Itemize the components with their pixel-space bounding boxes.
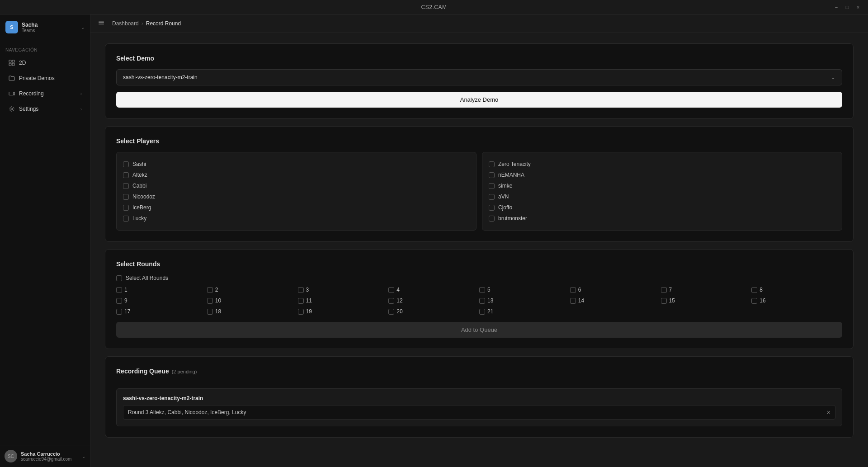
svg-rect-2 [9,63,11,66]
minimize-button[interactable]: − [834,5,839,10]
player-nemanha: nEMANHA [489,170,835,180]
sidebar: S Sacha Teams ⌄ Navegación 2D [0,14,90,467]
bottom-user-chevron-icon: ⌄ [82,454,85,459]
round-7-checkbox[interactable] [661,287,667,293]
round-20-checkbox[interactable] [388,309,394,315]
player-avn: aVN [489,191,835,202]
folder-icon [8,75,15,82]
round-13-checkbox[interactable] [479,298,485,304]
round-5-checkbox[interactable] [479,287,485,293]
player-altekz-checkbox[interactable] [123,172,129,178]
sidebar-toggle-button[interactable] [98,19,105,28]
analyze-demo-button[interactable]: Analyze Demo [116,92,842,108]
titlebar: CS2.CAM − □ × [0,0,868,14]
player-cabbi-name: Cabbi [132,183,146,189]
player-simke: simke [489,180,835,191]
round-11-checkbox[interactable] [298,298,304,304]
gear-icon [8,105,15,113]
select-all-checkbox[interactable] [116,275,122,281]
player-simke-checkbox[interactable] [489,183,495,189]
recording-queue-title: Recording Queue [116,368,169,375]
round-4: 4 [388,287,479,293]
round-15-checkbox[interactable] [661,298,667,304]
round-18: 18 [207,308,298,315]
sidebar-item-label-settings: Settings [19,106,77,112]
sidebar-user[interactable]: S Sacha Teams ⌄ [0,14,90,40]
player-avn-checkbox[interactable] [489,194,495,200]
queue-pending-count: (2 pending) [172,369,197,374]
round-17-checkbox[interactable] [116,309,122,315]
sidebar-item-private-demos[interactable]: Private Demos [3,71,87,85]
player-cabbi: Cabbi [123,180,470,191]
sidebar-item-recording[interactable]: Recording › [3,86,87,101]
player-sashi-checkbox[interactable] [123,161,129,167]
round-3-checkbox[interactable] [298,287,304,293]
svg-rect-7 [99,22,104,23]
player-brutmonster-checkbox[interactable] [489,216,495,222]
maximize-button[interactable]: □ [844,5,850,10]
player-sashi: Sashi [123,159,470,170]
player-zero-tenacity-checkbox[interactable] [489,161,495,167]
player-cjoffo-checkbox[interactable] [489,205,495,211]
demo-select-dropdown[interactable]: sashi-vs-zero-tenacity-m2-train ⌄ [116,69,842,85]
player-nicoodoz: Nicoodoz [123,191,470,202]
breadcrumb-record-round: Record Round [146,20,181,27]
round-16-checkbox[interactable] [751,298,757,304]
sidebar-item-label-2d: 2D [19,60,82,66]
breadcrumb-dashboard[interactable]: Dashboard [112,20,139,27]
player-lucky-checkbox[interactable] [123,216,129,222]
breadcrumb-separator: › [142,20,143,27]
user-name: Sacha [22,22,77,28]
select-all-row: Select All Rounds [116,275,842,281]
round-14: 14 [570,297,661,304]
svg-rect-0 [9,60,11,62]
round-12-checkbox[interactable] [388,298,394,304]
player-avn-name: aVN [498,193,509,200]
player-iceberg-checkbox[interactable] [123,205,129,211]
select-players-card: Select Players Sashi Altekz [105,126,854,242]
player-simke-name: simke [498,183,512,189]
player-lucky: Lucky [123,213,470,224]
user-team: Teams [22,28,77,33]
round-2-checkbox[interactable] [207,287,213,293]
round-15: 15 [661,297,752,304]
round-19-checkbox[interactable] [298,309,304,315]
round-10-checkbox[interactable] [207,298,213,304]
select-rounds-title: Select Rounds [116,260,842,268]
svg-rect-1 [12,60,14,62]
bottom-user-info: Sacha Carruccio scarruccio94@gmail.com [21,451,78,462]
settings-chevron-icon: › [80,107,82,112]
queue-round-row: Round 3 Altekz, Cabbi, Nicoodoz, IceBerg… [123,405,835,420]
player-cabbi-checkbox[interactable] [123,183,129,189]
round-8: 8 [751,287,842,293]
add-to-queue-button[interactable]: Add to Queue [116,322,842,338]
player-nicoodoz-checkbox[interactable] [123,194,129,200]
round-11: 11 [298,297,389,304]
select-demo-title: Select Demo [116,55,842,62]
svg-rect-4 [9,92,14,95]
user-avatar: S [5,21,18,33]
bottom-user[interactable]: SC Sacha Carruccio scarruccio94@gmail.co… [5,450,85,462]
player-altekz-name: Altekz [132,172,147,178]
player-brutmonster-name: brutmonster [498,215,527,222]
round-4-checkbox[interactable] [388,287,394,293]
round-10: 10 [207,297,298,304]
round-9-checkbox[interactable] [116,298,122,304]
sidebar-item-settings[interactable]: Settings › [3,102,87,116]
select-all-label: Select All Rounds [126,275,168,281]
round-8-checkbox[interactable] [751,287,757,293]
player-zero-tenacity-name: Zero Tenacity [498,161,531,167]
player-altekz: Altekz [123,170,470,180]
round-6-checkbox[interactable] [570,287,576,293]
round-21-checkbox[interactable] [479,309,485,315]
queue-round-close-button[interactable]: × [827,409,830,416]
svg-point-5 [11,108,13,110]
round-14-checkbox[interactable] [570,298,576,304]
close-button[interactable]: × [855,5,861,10]
round-18-checkbox[interactable] [207,309,213,315]
svg-rect-3 [12,63,14,66]
team2-players: Zero Tenacity nEMANHA simke aVN [482,152,842,231]
player-nemanha-checkbox[interactable] [489,172,495,178]
sidebar-item-2d[interactable]: 2D [3,56,87,70]
round-1-checkbox[interactable] [116,287,122,293]
